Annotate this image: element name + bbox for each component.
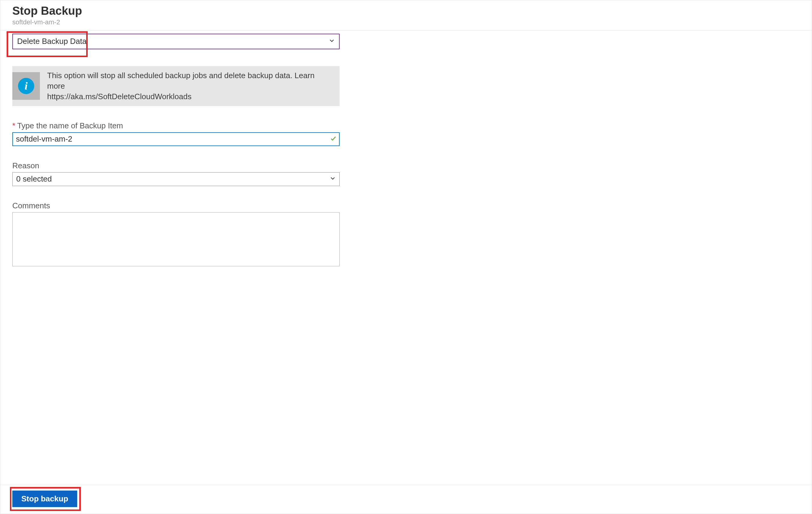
checkmark-icon bbox=[330, 134, 337, 144]
page-subtitle: softdel-vm-am-2 bbox=[12, 18, 800, 26]
info-text: This option will stop all scheduled back… bbox=[40, 66, 340, 106]
reason-dropdown[interactable]: 0 selected bbox=[12, 172, 340, 186]
info-line1: This option will stop all scheduled back… bbox=[47, 71, 314, 90]
reason-field-label: Reason bbox=[12, 161, 800, 170]
info-message-box: i This option will stop all scheduled ba… bbox=[12, 66, 340, 106]
action-dropdown[interactable]: Delete Backup Data bbox=[12, 34, 340, 49]
chevron-down-icon bbox=[330, 175, 336, 183]
info-icon-wrap: i bbox=[12, 72, 40, 100]
reason-dropdown-value: 0 selected bbox=[16, 174, 52, 184]
action-dropdown-value: Delete Backup Data bbox=[17, 37, 86, 46]
info-line2: https://aka.ms/SoftDeleteCloudWorkloads bbox=[47, 91, 332, 102]
name-field-label-row: *Type the name of Backup Item bbox=[12, 121, 800, 131]
comments-textarea[interactable] bbox=[12, 212, 340, 266]
name-field-label: Type the name of Backup Item bbox=[17, 121, 123, 130]
chevron-down-icon bbox=[329, 37, 335, 45]
backup-item-name-input[interactable] bbox=[12, 132, 340, 146]
stop-backup-button[interactable]: Stop backup bbox=[12, 491, 77, 507]
page-title: Stop Backup bbox=[12, 4, 800, 18]
required-asterisk: * bbox=[12, 121, 15, 130]
info-icon: i bbox=[18, 78, 34, 94]
blade-header: Stop Backup softdel-vm-am-2 bbox=[0, 0, 812, 31]
comments-field-label: Comments bbox=[12, 201, 800, 210]
